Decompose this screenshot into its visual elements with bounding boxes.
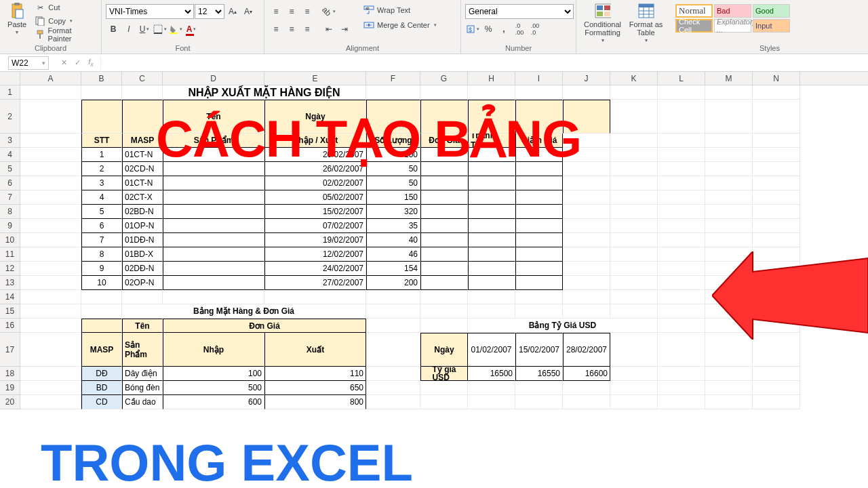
row-header[interactable]: 20 — [0, 395, 20, 409]
cell[interactable]: Số Lượng — [366, 134, 420, 148]
cell[interactable] — [20, 190, 81, 205]
cell[interactable] — [753, 290, 800, 304]
align-top-button[interactable]: ≡ — [269, 4, 283, 19]
cell[interactable] — [610, 219, 658, 233]
cell[interactable] — [20, 395, 81, 409]
cell[interactable] — [20, 85, 81, 100]
cell[interactable] — [753, 219, 800, 233]
cell[interactable] — [468, 262, 515, 276]
cell[interactable] — [658, 367, 705, 381]
cell[interactable] — [468, 219, 515, 233]
cell[interactable]: Giảm Giá — [515, 134, 563, 148]
cell[interactable] — [366, 290, 420, 304]
format-painter-button[interactable]: Format Painter — [33, 28, 97, 41]
cell[interactable] — [420, 233, 468, 247]
cell[interactable] — [705, 290, 753, 304]
cell[interactable] — [705, 100, 753, 134]
cell[interactable]: 600 — [163, 395, 264, 409]
cell[interactable]: 154 — [366, 262, 420, 276]
cell[interactable] — [658, 219, 705, 233]
formula-input[interactable] — [100, 56, 868, 70]
cell[interactable]: 1 — [81, 148, 122, 162]
cell[interactable] — [420, 100, 468, 134]
cell[interactable] — [563, 262, 610, 276]
cell[interactable]: 16550 — [515, 367, 563, 381]
cell[interactable]: 28/02/2007 — [563, 333, 610, 367]
cell[interactable] — [753, 205, 800, 219]
cell[interactable]: 15/02/2007 — [264, 205, 366, 219]
cell[interactable]: MASP — [81, 333, 122, 367]
row-header[interactable]: 4 — [0, 148, 20, 162]
cell[interactable] — [658, 176, 705, 190]
style-bad[interactable]: Bad — [714, 4, 751, 18]
row-header[interactable]: 14 — [0, 290, 20, 304]
cell[interactable] — [610, 304, 658, 319]
cell[interactable] — [563, 219, 610, 233]
cell[interactable]: 02OP-N — [122, 276, 163, 290]
cell[interactable] — [468, 304, 515, 319]
cut-button[interactable]: ✂Cut — [33, 1, 97, 14]
cell[interactable]: 01CT-N — [122, 176, 163, 190]
cell[interactable] — [610, 367, 658, 381]
cell[interactable] — [705, 276, 753, 290]
cell[interactable] — [163, 148, 264, 162]
cell[interactable] — [563, 100, 610, 134]
cell[interactable] — [705, 233, 753, 247]
cell[interactable]: 26/02/2007 — [264, 162, 366, 176]
row-header[interactable]: 1 — [0, 85, 20, 100]
cell[interactable] — [468, 395, 515, 409]
cell[interactable] — [610, 205, 658, 219]
cell[interactable] — [420, 85, 468, 100]
cell[interactable] — [163, 190, 264, 205]
cell[interactable] — [122, 100, 163, 134]
col-header[interactable]: M — [705, 72, 753, 85]
cell[interactable]: 01DĐ-N — [122, 233, 163, 247]
paste-button[interactable]: Paste ▾ — [4, 1, 30, 36]
cell[interactable] — [515, 162, 563, 176]
cell[interactable] — [163, 176, 264, 190]
cell[interactable] — [658, 247, 705, 262]
col-header[interactable]: N — [753, 72, 800, 85]
cell[interactable] — [753, 100, 800, 134]
cell[interactable] — [20, 304, 81, 319]
cell[interactable] — [563, 290, 610, 304]
cell[interactable] — [515, 85, 563, 100]
cell[interactable]: BD — [81, 381, 122, 395]
cell[interactable]: 6 — [81, 219, 122, 233]
cell[interactable] — [366, 367, 420, 381]
cell[interactable]: 650 — [264, 381, 366, 395]
style-input[interactable]: Input — [753, 19, 790, 33]
bold-button[interactable]: B — [106, 22, 121, 37]
row-header[interactable]: 8 — [0, 205, 20, 219]
number-format-select[interactable]: General — [465, 4, 574, 19]
cell[interactable]: Nhập / Xuất — [264, 134, 366, 148]
font-select[interactable]: VNI-Times — [106, 4, 194, 19]
cell[interactable] — [705, 395, 753, 409]
cell[interactable] — [20, 319, 81, 333]
cell[interactable]: Tên — [122, 319, 163, 333]
cell[interactable] — [515, 219, 563, 233]
accounting-format-button[interactable]: $ — [465, 22, 480, 37]
border-button[interactable] — [153, 22, 167, 37]
cell[interactable]: Tên — [163, 100, 264, 134]
cell[interactable] — [705, 205, 753, 219]
cell[interactable] — [420, 176, 468, 190]
cell[interactable] — [610, 100, 658, 134]
cell[interactable]: 01OP-N — [122, 219, 163, 233]
cell[interactable] — [610, 381, 658, 395]
cell[interactable] — [563, 134, 610, 148]
cell[interactable] — [563, 381, 610, 395]
cell[interactable] — [705, 319, 753, 333]
cell[interactable] — [420, 247, 468, 262]
cell[interactable] — [468, 233, 515, 247]
cell[interactable] — [515, 304, 563, 319]
cell[interactable] — [515, 290, 563, 304]
font-size-select[interactable]: 12 — [195, 4, 224, 19]
style-normal[interactable]: Normal — [675, 4, 713, 18]
cell[interactable] — [163, 290, 264, 304]
cell[interactable]: Sản Phẩm — [163, 134, 264, 148]
indent-right-button[interactable]: ⇥ — [337, 22, 352, 37]
cell[interactable] — [563, 148, 610, 162]
cell[interactable]: 100 — [366, 148, 420, 162]
cell[interactable] — [366, 100, 420, 134]
